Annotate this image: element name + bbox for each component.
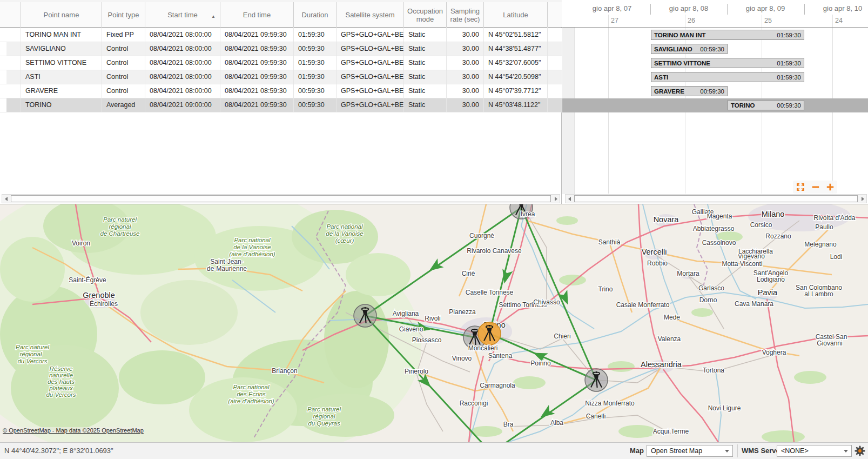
sort-ascending-icon: ▲ [211, 12, 216, 21]
cell-duration: 01:59:30 [293, 56, 336, 70]
map-label: Cassolnovo [702, 239, 736, 247]
table-row-settimo-vittone[interactable]: SETTIMO VITTONEControl08/04/2021 08:00:0… [0, 56, 562, 70]
gantt-bar-torino-man-int[interactable]: TORINO MAN INT01:59:30 [651, 30, 804, 40]
gantt-horizontal-scrollbar[interactable] [565, 194, 867, 203]
gantt-bar-savigliano[interactable]: SAVIGLIANO00:59:30 [651, 44, 728, 54]
gantt-hour-header: gio apr 8, 07 [574, 2, 650, 15]
cell-point_name: SETTIMO VITTONE [21, 56, 102, 70]
column-header-spacer [547, 2, 562, 28]
cell-end_time: 08/04/2021 08:59:30 [220, 42, 293, 56]
scroll-left-button[interactable] [566, 195, 573, 202]
map-label: Moncalieri [468, 344, 498, 352]
cell-satellite_system: GPS+GLO+GAL+BEI [336, 28, 403, 42]
column-header-latitude[interactable]: Latitude [483, 2, 547, 28]
cell-occupation_mode: Static [403, 84, 446, 98]
gantt-fit-button[interactable] [796, 182, 805, 192]
map-label: Parc naturel [307, 406, 341, 413]
cell-duration: 00:59:30 [293, 42, 336, 56]
map-canvas[interactable]: Torino GrenobleNovaraMilanoVercelliAless… [0, 204, 868, 442]
map-label: Voiron [72, 240, 90, 247]
gantt-zoom-in-button[interactable] [826, 183, 835, 191]
cell-point_name: ASTI [21, 70, 102, 84]
cell-indicator [547, 56, 562, 70]
gantt-bar-asti[interactable]: ASTI01:59:30 [651, 72, 804, 82]
table-row-savigliano[interactable]: SAVIGLIANOControl08/04/2021 08:00:0008/0… [0, 42, 562, 56]
column-header-start_time[interactable]: Start time▲ [145, 2, 220, 28]
cell-point_type: Fixed PP [102, 28, 145, 42]
map-label: Acqui Terme [653, 428, 689, 435]
map-label: Melegnano [804, 241, 837, 248]
cell-sampling_rate: 30.00 [446, 28, 483, 42]
table-horizontal-scrollbar[interactable] [2, 194, 560, 203]
map-label: Briançon [272, 367, 297, 375]
column-header-sampling_rate[interactable]: Sampling rate (sec) [446, 2, 483, 28]
column-header-occupation_mode[interactable]: Occupation mode [403, 2, 446, 28]
cell-end_time: 08/04/2021 09:59:30 [220, 70, 293, 84]
map-label: Rivolta d'Adda [813, 214, 855, 222]
cell-satellite_system: GPS+GLO+GAL+BEI [336, 56, 403, 70]
wms-server-select[interactable]: <NONE> [777, 445, 852, 457]
cell-sampling_rate: 30.00 [446, 42, 483, 56]
table-row-torino[interactable]: TORINOAveraged08/04/2021 09:00:0008/04/2… [0, 98, 562, 112]
column-header-point_name[interactable]: Point name [21, 2, 102, 28]
gantt-bar-settimo-vittone[interactable]: SETTIMO VITTONE01:59:30 [651, 58, 804, 68]
scroll-right-button[interactable] [859, 195, 866, 202]
osm-attribution-link[interactable]: © OpenStreetMap - Map data ©2025 OpenStr… [3, 427, 144, 434]
map-label: Piossasco [412, 336, 442, 344]
table-row-asti[interactable]: ASTIControl08/04/2021 08:00:0008/04/2021… [0, 70, 562, 84]
gantt-sub-header: 27 [611, 16, 618, 26]
scrollbar-thumb[interactable] [574, 195, 858, 202]
map-label: Santena [488, 352, 513, 360]
cell-latitude: N 45°02'51.5812" [483, 28, 547, 42]
gantt-bar-torino[interactable]: TORINO00:59:30 [728, 100, 804, 110]
map-label: Nizza Monferrato [585, 400, 635, 407]
scroll-left-button[interactable] [2, 195, 10, 202]
cell-indicator [547, 98, 562, 112]
gantt-header-tick [804, 4, 805, 15]
column-header-end_time[interactable]: End time [220, 2, 293, 28]
column-header-duration[interactable]: Duration [293, 2, 336, 28]
map-select[interactable]: Open Street Map [647, 445, 733, 457]
cell-duration: 00:59:30 [293, 98, 336, 112]
gantt-zoom-out-button[interactable] [811, 183, 820, 191]
map-label: Abbiategrasso [693, 225, 735, 232]
column-header-satellite_system[interactable]: Satellite system [336, 2, 403, 28]
map-label: Parc national [234, 237, 271, 243]
map-label: Poirino [530, 360, 551, 367]
map-label: des hauts [48, 378, 75, 385]
map-label: Parc naturel [103, 216, 137, 223]
map-settings-gear-icon[interactable] [854, 445, 865, 456]
map-label: Racconigi [460, 400, 488, 407]
cell-indicator [0, 70, 21, 84]
station-marker-gravere[interactable] [354, 304, 376, 327]
station-marker-torino[interactable] [478, 322, 501, 345]
map-label: Chivasso [533, 298, 560, 306]
map-label: régional [313, 413, 335, 420]
column-header-point_type[interactable]: Point type [102, 2, 145, 28]
cell-satellite_system: GPS+GLO+GAL+BEI [336, 98, 403, 112]
map-label: Canelli [586, 413, 606, 420]
map-label: Réserve [50, 365, 73, 372]
cell-latitude: N 44°38'51.4877" [483, 42, 547, 56]
map-label: Voghera [762, 349, 786, 356]
gantt-bar-gravere[interactable]: GRAVERE00:59:30 [651, 86, 728, 96]
gantt-sub-header: 24 [835, 16, 843, 26]
cell-latitude: N 45°03'48.1122" [483, 98, 547, 112]
cell-point_name: TORINO MAN INT [21, 28, 102, 42]
cell-indicator [0, 28, 21, 42]
status-bar: N 44°40'42.3072"; E 8°32'01.0693" Map Op… [0, 442, 868, 459]
station-marker-asti[interactable] [585, 369, 608, 391]
map-label: Magenta [707, 212, 732, 220]
table-row-torino-man-int[interactable]: TORINO MAN INTFixed PP08/04/2021 08:00:0… [0, 28, 562, 42]
map-label: Alba [550, 419, 563, 427]
scroll-right-button[interactable] [552, 195, 560, 202]
map-label: Giaveno [399, 325, 423, 333]
cell-indicator [0, 42, 21, 56]
table-row-gravere[interactable]: GRAVEREControl08/04/2021 08:00:0008/04/2… [0, 84, 562, 98]
cell-point_name: GRAVERE [21, 84, 102, 98]
map-view[interactable]: Torino GrenobleNovaraMilanoVercelliAless… [0, 204, 868, 442]
map-label: Novi Ligure [708, 404, 741, 412]
cell-sampling_rate: 30.00 [446, 56, 483, 70]
scrollbar-thumb[interactable] [11, 195, 551, 202]
map-select-label: Map [630, 443, 644, 459]
